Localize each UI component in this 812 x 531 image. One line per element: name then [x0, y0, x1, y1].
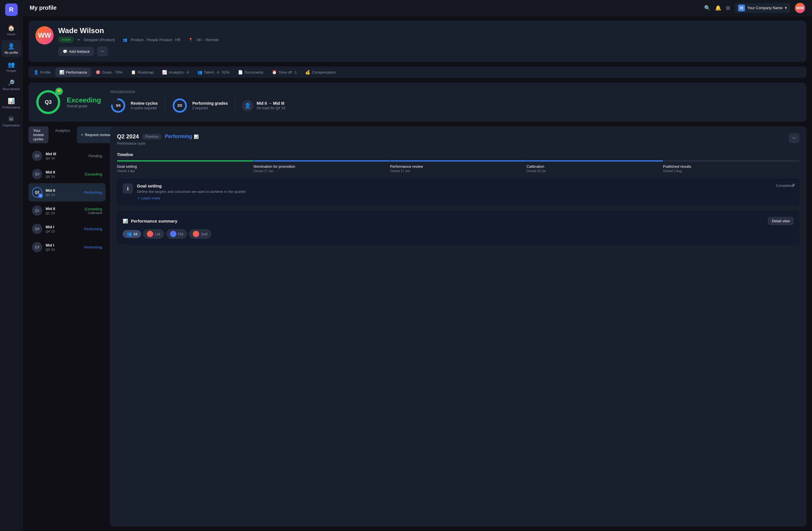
cycle-item-q4-midi[interactable]: Q4 Mid I Q4 '23 Performing	[29, 220, 105, 238]
self-avatar	[193, 231, 199, 237]
cycle-info: Mid II Q3 '24	[46, 170, 81, 178]
detail-more-button[interactable]: ···	[789, 133, 799, 143]
grade-info: Exceeding Overall grade	[67, 96, 101, 108]
profile-actions: 💬 Add feeback ···	[58, 46, 799, 56]
progression-label: Progression	[110, 90, 799, 94]
perf-summary-title: 📊 Performance summary	[123, 218, 177, 224]
filter-tab-self[interactable]: Self	[189, 229, 211, 239]
timeline-step-nomination[interactable]: Nomination for promotion Closed 17 Jun	[253, 160, 390, 173]
tab-talent[interactable]: 👥 Talent · 4 · 52%	[193, 68, 234, 77]
tab-time-off[interactable]: ⏰ Time off · 1	[268, 68, 301, 77]
tab-analytics[interactable]: Analytics	[51, 126, 75, 143]
performing-grades-count: 2/2	[172, 98, 188, 114]
filter-tab-fm[interactable]: FM	[166, 229, 187, 239]
close-icon[interactable]: ✕	[792, 182, 795, 188]
timeline-bar	[253, 160, 390, 161]
request-review-button[interactable]: + Request review	[77, 126, 114, 143]
bar-chart-icon: 📊	[123, 218, 128, 224]
meta-separator: ·	[118, 38, 119, 42]
bar-chart-icon: 📊	[194, 134, 199, 139]
detail-view-button[interactable]: Detail view	[768, 217, 794, 225]
sidebar-logo[interactable]: R	[5, 3, 18, 16]
topbar: My profile 🔍 🔔 ⊞ 🏢 Your Company Name ▾ W…	[23, 0, 812, 16]
sidebar-item-people[interactable]: 👥 People	[1, 58, 21, 75]
fm-avatar	[170, 231, 176, 237]
cycle-quarter: Q3	[32, 169, 42, 179]
cycle-item-q4-midiii[interactable]: Q4 Mid III Q4 '24 Pending	[29, 147, 105, 165]
compensation-tab-icon: 💰	[305, 70, 310, 74]
more-options-button[interactable]: ···	[97, 46, 107, 56]
timeline-step-performance-review[interactable]: Performance review Closed 17 Jun	[390, 160, 526, 173]
profile-location: UK – Remote	[196, 38, 219, 42]
timeline-bar	[117, 160, 253, 161]
roadmap-tab-icon: 📋	[131, 70, 136, 74]
profile-meta: Active ✏ Designer (Product) · 👥 Product …	[58, 37, 799, 43]
company-selector[interactable]: 🏢 Your Company Name ▾	[735, 3, 790, 13]
add-feedback-button[interactable]: 💬 Add feeback	[58, 47, 94, 56]
grade-label: Q3	[45, 99, 52, 105]
sidebar-item-label: People	[6, 69, 16, 72]
tab-roadmap[interactable]: 📋 Roadmap	[127, 68, 158, 77]
profile-icon: 👤	[8, 43, 15, 49]
arrow-icon: ↗	[137, 196, 140, 200]
cycle-grade: Performing 📊	[165, 133, 199, 140]
filter-tab-lm[interactable]: LM	[143, 229, 164, 239]
timeline-step-calibration[interactable]: Calibration Closed 25 Jul	[526, 160, 663, 173]
review-section: Your review cycles Analytics + Request r…	[29, 126, 806, 527]
tab-documents[interactable]: 📄 Documents	[234, 68, 267, 77]
people-icon: 👥	[123, 38, 127, 42]
learn-more-link[interactable]: ↗ Learn more	[137, 196, 772, 200]
cycle-info: Mid III Q4 '24	[46, 152, 85, 160]
filter-tab-all[interactable]: 👥 All	[123, 230, 141, 238]
cycle-item-q3-midi[interactable]: Q3 Mid I Q3 '23 Performing	[29, 238, 105, 256]
timeline-step-published-results[interactable]: Published results Closed 2 Aug	[663, 160, 799, 173]
sidebar: R 🏠 Home 👤 My profile 👥 People 🔎 Recruit…	[0, 0, 23, 531]
tab-compensation[interactable]: 💰 Compensation	[301, 68, 340, 77]
perf-summary-header: 📊 Performance summary Detail view	[123, 217, 794, 225]
chevron-down-icon: ▾	[785, 6, 787, 10]
timeline-step-goal-setting[interactable]: Goal setting Closed 1 Apr	[117, 160, 253, 173]
cycle-item-q3-midii[interactable]: Q3 Mid II Q3 '24 Exceeding	[29, 165, 105, 183]
sidebar-item-performance[interactable]: 📊 Performance	[1, 95, 21, 112]
sidebar-item-recruitment[interactable]: 🔎 Recruitment	[1, 76, 21, 94]
performing-grades-info: Performing grades 2 required	[192, 101, 228, 110]
notification-icon[interactable]: 🔔	[715, 5, 721, 11]
track-text: Mid II → Mid III On track for Q4 '24	[257, 101, 286, 110]
profile-team: Product · People Product · HR	[131, 38, 180, 42]
tab-performance[interactable]: 📊 Performance	[55, 68, 91, 77]
trophy-badge: 🏆	[55, 88, 63, 95]
cycle-quarter: Q4	[32, 150, 42, 161]
cycle-title: Q2 2024	[117, 133, 139, 140]
cycle-quarter: Q4	[32, 224, 42, 234]
perf-filter-tabs: 👥 All LM FM Self	[123, 229, 794, 239]
tab-goals[interactable]: 🎯 Goals · 78%	[91, 68, 126, 77]
tab-analytics[interactable]: 📈 Analytics · 4	[158, 68, 192, 77]
progression-card: Q3 🏆 Exceeding Overall grade Progression	[29, 83, 806, 122]
timeline-bar	[663, 160, 799, 161]
search-icon[interactable]: 🔍	[704, 5, 710, 11]
grid-icon[interactable]: ⊞	[726, 5, 730, 11]
profile-tab-icon: 👤	[34, 70, 39, 74]
goal-status: Completed	[776, 184, 794, 188]
plus-icon: +	[81, 133, 83, 137]
status-badge: Active	[58, 37, 74, 43]
user-avatar[interactable]: WW	[795, 3, 805, 13]
cycle-item-q2-midii[interactable]: Q2 ✓ Mid II Q2 '24 Performing	[29, 183, 105, 201]
cycle-item-q1-midii[interactable]: Q1 Mid II Q1 '24 Exceeding Calibrated	[29, 201, 105, 220]
performance-summary: 📊 Performance summary Detail view 👥 All …	[117, 211, 799, 245]
review-cycles-stat: 3/4 Review cycles 4 cycles required	[110, 98, 158, 114]
sidebar-item-my-profile[interactable]: 👤 My profile	[1, 40, 21, 57]
sidebar-item-home[interactable]: 🏠 Home	[1, 22, 21, 39]
tab-profile[interactable]: 👤 Profile	[30, 68, 55, 77]
profile-name: Wade Wilson	[58, 26, 799, 35]
nav-tabs: 👤 Profile 📊 Performance 🎯 Goals · 78% 📋 …	[29, 67, 806, 78]
badge-previous: Previous	[142, 134, 161, 140]
role-icon: ✏	[77, 38, 81, 42]
tab-your-review-cycles[interactable]: Your review cycles	[29, 126, 48, 143]
recruitment-icon: 🔎	[8, 79, 15, 86]
review-detail: Q2 2024 Previous Performing 📊 Performanc…	[110, 126, 806, 527]
sidebar-item-label: Home	[7, 32, 15, 36]
sidebar-item-organisation[interactable]: 🏛 Organisation	[1, 113, 21, 130]
cycle-info: Mid I Q4 '23	[46, 225, 81, 233]
grade-circle: Q3 🏆	[35, 89, 61, 115]
